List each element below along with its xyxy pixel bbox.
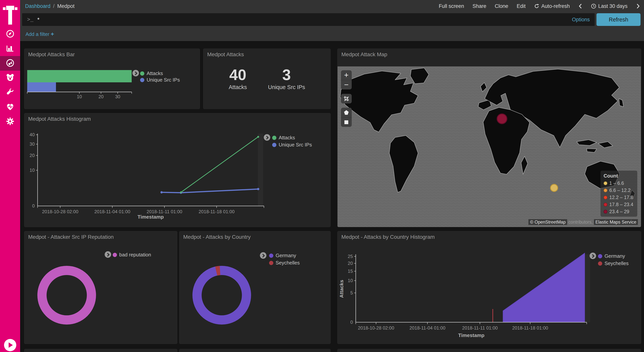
ems-attribution-link[interactable]: Elastic Maps Service [594,219,638,225]
plus-icon: + [51,31,54,37]
sidebar-item-visualize[interactable] [0,42,20,56]
svg-text:10: 10 [30,167,35,173]
metric-value: 3 [268,67,305,83]
legend-item-unique-src-ips[interactable]: Unique Src IPs [272,142,312,148]
legend-expand-icon[interactable] [590,253,596,259]
line-unique-src-ips[interactable] [162,189,258,193]
sidebar-item-tpot[interactable] [0,71,20,85]
metric-value: 40 [229,67,247,83]
legend-dot [272,143,276,147]
svg-text:10: 10 [348,278,353,283]
legend-dot [604,203,608,207]
svg-text:2018-11-04 01:00: 2018-11-04 01:00 [94,209,130,214]
clone-button[interactable]: Clone [495,3,508,9]
bar-attacks[interactable] [27,70,132,82]
legend-item-seychelles[interactable]: Seychelles [269,260,300,266]
polygon-tool-button[interactable] [341,108,352,117]
sidebar-item-dashboard[interactable] [0,56,20,71]
query-value[interactable]: * [38,16,572,23]
crop-tool-button[interactable] [341,94,352,103]
donut-slice-bad-reputation[interactable] [42,270,92,320]
refresh-button[interactable]: Refresh [596,13,640,26]
bar-unique-src-ips[interactable] [27,82,56,92]
attacks-line-chart[interactable]: 40 30 20 10 0 2018-10-28 02:00 2018-11-0… [24,113,330,227]
legend-expand-icon[interactable] [260,252,266,259]
legend-title: Count [604,173,634,179]
legend-item-attacks[interactable]: Attacks [272,135,295,141]
metric-label: Attacks [229,84,247,90]
map-draw-controls [341,108,352,127]
panel-attacks-metric: Medpot Attacks 40 Attacks 3 Unique Src I… [203,49,330,109]
svg-text:Attacks: Attacks [339,280,344,298]
panel-attack-map: Medpot Attack Map [337,49,641,227]
legend-item-seychelles[interactable]: Seychelles [598,260,629,266]
legend-expand-icon[interactable] [264,134,270,141]
panel-attacks-bar: Medpot Attacks Bar 10 20 30 Attacks Uniq… [24,49,200,109]
bar-seychelles[interactable] [492,309,493,322]
legend-dot [113,253,117,257]
search-input[interactable]: >_ * Options [22,13,595,26]
query-options-link[interactable]: Options [572,17,590,23]
osm-attribution-link[interactable]: © OpenStreetMap [528,219,567,225]
time-forward-button[interactable] [636,3,640,9]
legend-item-attacks[interactable]: Attacks [140,70,163,76]
legend-item-bad-reputation[interactable]: bad reputation [113,252,151,258]
legend-item-unique-src-ips[interactable]: Unique Src IPs [140,77,180,83]
legend-bucket: 23.4 – 29 [604,209,634,214]
legend-bucket: 12.2 – 17.8 [604,195,634,200]
zoom-out-button[interactable]: − [341,80,352,89]
gauge-icon [5,58,15,69]
legend-expand-icon[interactable] [132,70,139,76]
heartbeat-icon [5,102,15,112]
breadcrumb-dashboard-link[interactable]: Dashboard [25,3,50,9]
telekom-logo [3,6,18,25]
legend-dot [604,196,608,200]
legend-dot [269,261,273,265]
country-area-chart[interactable]: 25 20 15 10 5 0 2018-10-28 02:00 2018-11… [338,231,641,344]
map-fit-control [341,94,352,103]
map-point-seychelles[interactable] [550,184,558,192]
time-back-button[interactable] [578,3,582,9]
sidebar-item-devtools[interactable] [0,85,20,100]
country-donut-chart[interactable] [180,231,330,344]
legend-item-germany[interactable]: Germany [598,253,625,259]
legend-dot [272,136,276,140]
reputation-donut-chart[interactable] [24,231,177,344]
area-germany[interactable] [503,253,585,322]
auto-refresh-button[interactable]: Auto-refresh [534,3,570,9]
svg-text:30: 30 [115,94,120,99]
add-filter-link[interactable]: Add a filter + [26,31,54,37]
map-attribution: © OpenStreetMap contributors, Elastic Ma… [528,220,638,225]
map-point-germany[interactable] [497,114,507,124]
metric-label: Unique Src IPs [268,84,305,90]
play-icon [8,342,13,348]
share-button[interactable]: Share [472,3,486,9]
map-zoom-controls: + − [341,70,352,89]
line-attacks[interactable] [181,137,258,192]
fullscreen-button[interactable]: Full screen [439,3,464,9]
metric-unique-src-ips: 3 Unique Src IPs [268,67,305,90]
world-map-canvas [338,66,641,227]
svg-text:2018-11-18 01:00: 2018-11-18 01:00 [512,325,548,330]
edit-button[interactable]: Edit [517,3,526,9]
clock-icon [591,4,596,9]
time-range-picker[interactable]: Last 30 days [591,3,628,9]
metric-attacks: 40 Attacks [229,67,247,90]
rectangle-tool-button[interactable] [341,117,352,127]
sidebar-item-discover[interactable] [0,27,20,42]
donut-slice-germany[interactable] [197,270,246,320]
legend-expand-icon[interactable] [105,251,111,258]
svg-text:20: 20 [30,153,35,158]
sidebar-item-monitoring[interactable] [0,100,20,114]
legend-dot [604,210,608,214]
legend-item-germany[interactable]: Germany [269,253,296,259]
svg-text:2018-10-28 02:00: 2018-10-28 02:00 [358,325,394,330]
world-map[interactable]: + − Count 1 – [338,66,641,227]
sidebar-item-management[interactable] [0,114,20,129]
legend-bucket: 6.6 – 12.2 [604,188,634,193]
breadcrumb-current: Medpot [57,3,74,9]
zoom-in-button[interactable]: + [341,70,352,80]
legend-dot [269,254,273,258]
sidebar-expand-button[interactable] [4,339,16,351]
svg-text:20: 20 [98,94,104,99]
